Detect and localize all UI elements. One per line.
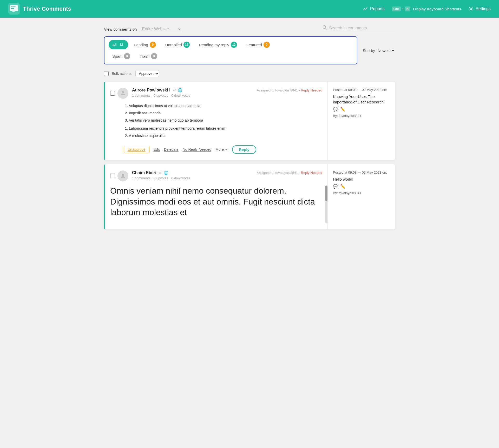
settings-link[interactable]: Settings [468, 6, 491, 11]
svg-rect-3 [11, 8, 14, 9]
email-icon-2: ✉ [159, 171, 162, 175]
author-row: Aurore Powlowski I ✉ 🌐 Assigned to toval… [132, 88, 322, 93]
reports-icon [363, 6, 368, 11]
globe-icon-2: 🌐 [164, 171, 168, 175]
comment-select-area-2 [110, 170, 128, 181]
keyboard-shortcut-button[interactable]: Ctrl + K Display Keyboard Shortcuts [392, 6, 461, 11]
author-name: Aurore Powlowski I [132, 88, 170, 93]
svg-point-6 [323, 26, 326, 29]
globe-icon: 🌐 [178, 88, 182, 92]
comment-select-area [110, 88, 128, 99]
unreplied-badge: 12 [183, 42, 190, 48]
comment-meta-2: Chaim Ebert ✉ 🌐 Assigned to tovaloyasi88… [132, 170, 322, 180]
reports-link[interactable]: Reports [363, 6, 385, 11]
comment-bubble-icon-2[interactable]: 💬 [333, 184, 338, 189]
comment-card-2: Chaim Ebert ✉ 🌐 Assigned to tovaloyasi88… [104, 164, 395, 229]
svg-rect-2 [11, 6, 16, 7]
comment-left-2: Chaim Ebert ✉ 🌐 Assigned to tovaloyasi88… [105, 164, 327, 229]
post-time-2: Posted at 09:08 — 02 May 2023 on: [333, 170, 390, 174]
comment-header: Aurore Powlowski I ✉ 🌐 Assigned to toval… [110, 88, 322, 99]
comment-header-2: Chaim Ebert ✉ 🌐 Assigned to tovaloyasi88… [110, 170, 322, 181]
svg-rect-1 [10, 5, 18, 11]
filter-trash[interactable]: Trash 0 [136, 51, 161, 61]
svg-point-8 [122, 91, 124, 93]
bulk-select-all-checkbox[interactable] [104, 71, 109, 76]
spam-badge: 0 [124, 53, 130, 59]
email-icon: ✉ [173, 88, 176, 92]
svg-point-9 [122, 174, 124, 176]
post-icons-2: 💬 ✏️ [333, 184, 390, 189]
app-title: Thrive Comments [23, 5, 71, 12]
comment-body-large: Omnis veniam nihil nemo consequatur dolo… [110, 186, 322, 218]
top-area: View comments on Entire Website [104, 25, 395, 32]
comment-stats: 1 comments 0 upvotes 0 downvotes [132, 94, 322, 97]
author-name-2: Chaim Ebert [132, 170, 156, 175]
post-author-2: By: tovaloyasi8841 [333, 191, 390, 195]
pending-my-reply-badge: 12 [231, 42, 237, 48]
comment-checkbox-2[interactable] [110, 174, 115, 178]
all-badge: 12 [118, 42, 124, 48]
filter-unreplied[interactable]: Unreplied 12 [162, 40, 193, 49]
comment-inner-2: Chaim Ebert ✉ 🌐 Assigned to tovaloyasi88… [105, 164, 395, 229]
filter-row-2: Spam 0 Trash 0 [109, 51, 161, 61]
bulk-label: Bulk actions: [112, 71, 132, 76]
comment-inner: Aurore Powlowski I ✉ 🌐 Assigned to toval… [105, 82, 395, 160]
view-comments-row: View comments on Entire Website [104, 26, 181, 32]
plus-separator: + [402, 7, 404, 11]
filter-pending[interactable]: Pending 0 [130, 40, 160, 49]
comment-meta: Aurore Powlowski I ✉ 🌐 Assigned to toval… [132, 88, 322, 97]
sort-select[interactable]: Newest Oldest [377, 48, 395, 53]
post-author: By: tovaloyasi8841 [333, 114, 390, 118]
logo-area: Thrive Comments [8, 3, 71, 15]
assigned-text: Assigned to tovaloyasi8841 - Reply Neede… [257, 88, 322, 92]
edit-post-icon[interactable]: ✏️ [340, 107, 345, 112]
avatar [117, 88, 128, 99]
assigned-text-2: Assigned to tovaloyasi8841 - Reply Neede… [257, 171, 322, 175]
ctrl-key: Ctrl [392, 6, 401, 11]
pending-badge: 0 [150, 42, 156, 48]
avatar-2 [117, 170, 128, 181]
comment-card: Aurore Powlowski I ✉ 🌐 Assigned to toval… [104, 82, 395, 160]
post-title-2: Hello world! [333, 176, 390, 182]
chevron-down-icon [225, 148, 228, 151]
comment-stats-2: 1 comments 0 upvotes 0 downvotes [132, 176, 322, 180]
search-input[interactable] [329, 26, 386, 30]
filter-pending-my-reply[interactable]: Pending my reply 12 [195, 40, 241, 49]
app-header: Thrive Comments Reports Ctrl + K Display… [0, 0, 499, 18]
comment-left: Aurore Powlowski I ✉ 🌐 Assigned to toval… [105, 82, 327, 160]
search-icon [322, 25, 327, 31]
reply-button[interactable]: Reply [232, 145, 256, 154]
author-row-2: Chaim Ebert ✉ 🌐 Assigned to tovaloyasi88… [132, 170, 322, 175]
settings-icon [468, 6, 474, 11]
featured-badge: 0 [264, 42, 270, 48]
edit-button[interactable]: Edit [154, 147, 160, 151]
filter-featured[interactable]: Featured 0 [243, 40, 273, 49]
reply-needed-badge: - Reply Needed [299, 88, 322, 92]
no-reply-needed-button[interactable]: No Reply Needed [183, 147, 212, 151]
filter-all[interactable]: All 12 [109, 40, 128, 49]
view-comments-select[interactable]: Entire Website [140, 26, 181, 32]
sort-bar: Sort by Newest Oldest [363, 48, 395, 53]
filter-spam[interactable]: Spam 0 [109, 51, 134, 61]
bulk-actions-bar: Bulk actions: Approve [104, 68, 395, 80]
comment-checkbox[interactable] [110, 91, 115, 96]
main-content: View comments on Entire Website All 12 [99, 18, 400, 241]
comment-bubble-icon[interactable]: 💬 [333, 107, 338, 112]
keyboard-shortcut-label: Display Keyboard Shortcuts [413, 7, 461, 11]
header-nav: Reports Ctrl + K Display Keyboard Shortc… [363, 6, 491, 11]
trash-badge: 0 [151, 53, 157, 59]
reply-needed-badge-2: - Reply Needed [299, 171, 322, 175]
svg-line-7 [326, 28, 327, 30]
unapprove-button[interactable]: Unapprove [124, 146, 149, 153]
filter-row-1: All 12 Pending 0 Unreplied 12 Pending my… [109, 40, 353, 49]
filter-tabs: All 12 Pending 0 Unreplied 12 Pending my… [104, 36, 357, 64]
app-logo-icon [8, 3, 20, 15]
view-comments-label: View comments on [104, 27, 137, 31]
k-key: K [405, 6, 410, 11]
post-time: Posted at 09:08 — 02 May 2023 on: [333, 88, 390, 92]
bulk-action-select[interactable]: Approve [135, 70, 159, 77]
post-title: Knowing Your User. The importance of Use… [333, 94, 390, 105]
more-button[interactable]: More [215, 147, 228, 151]
delegate-button[interactable]: Delegate [164, 147, 179, 151]
edit-post-icon-2[interactable]: ✏️ [340, 184, 345, 189]
